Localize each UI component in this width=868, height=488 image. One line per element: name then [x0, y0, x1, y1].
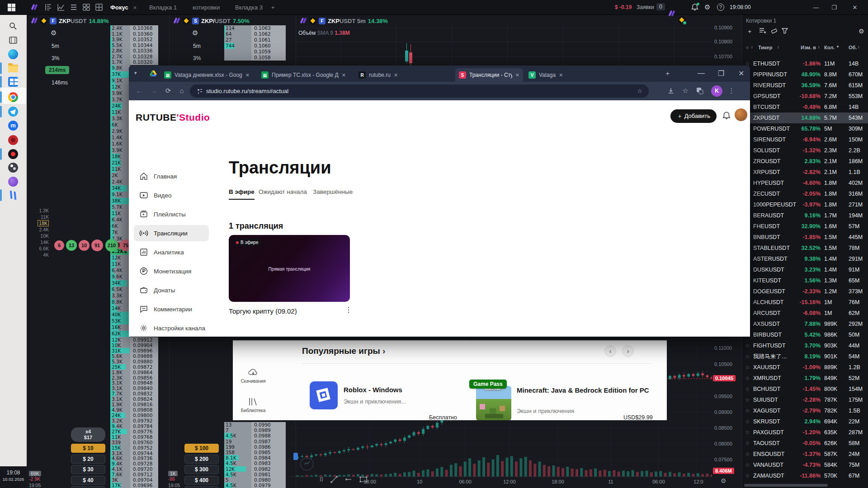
telegram-icon[interactable] [7, 105, 19, 118]
ladder-price[interactable]: 0.0988 [251, 433, 286, 438]
panel-control-146ms[interactable]: 146ms [52, 80, 68, 86]
ladder-row[interactable]: 1.8K0.09864 [110, 370, 158, 375]
quote-row[interactable]: ☆KITEUSDT1.56%1.3M65M [742, 275, 868, 286]
panel-control-5m[interactable]: 5m [52, 43, 59, 49]
quote-row[interactable]: ☆HYPEUSDT-4.60%1.8M402M [742, 178, 868, 188]
back-button[interactable]: ← [134, 86, 144, 96]
quotes-settings-icon[interactable]: ⚙ [859, 28, 864, 35]
ladder-row[interactable]: 4.9K0.09808 [110, 407, 158, 413]
ladder-row[interactable]: 1.9K0.09816 [110, 402, 158, 407]
ladder-row[interactable]: 50.0980 [224, 477, 286, 483]
product-title[interactable]: Roblox - Windows [344, 386, 402, 394]
ladder-price[interactable]: 0.09720 [130, 466, 158, 472]
ladder-price[interactable]: 0.0986 [251, 444, 286, 450]
ladder-price[interactable]: 0.09800 [130, 413, 158, 418]
favorite-star-icon[interactable]: ☆ [745, 384, 750, 394]
chrome-menu-icon[interactable]: ⋮ [726, 86, 736, 96]
pinned-drive-tab[interactable] [150, 70, 157, 77]
favorite-star-icon[interactable]: ☆ [745, 373, 750, 384]
carousel-prev-button[interactable]: ‹ [604, 345, 616, 357]
close-tab-icon[interactable]: ✕ [342, 72, 346, 78]
ladder-row[interactable]: 25K0.09872 [110, 364, 158, 370]
ladder-row[interactable]: 190.0987 [224, 439, 286, 444]
quote-row[interactable]: ☆SKRUSDT2.94%694K22M [742, 416, 868, 427]
quote-row[interactable]: ☆VANAUSDT-4.73%584K75M [742, 460, 868, 470]
binance-status-icon[interactable] [678, 16, 685, 23]
quote-row[interactable]: ☆XAGUSDT-2.79%782K1.5B [742, 405, 868, 416]
quote-row[interactable]: ☆BIRBUSDT5.42%986K50M [742, 329, 868, 340]
sidebar-item-settings[interactable]: Настройки канала [134, 320, 209, 336]
quote-row[interactable]: ☆PAXGUSDT-1.20%635K287M [742, 427, 868, 438]
favorite-star-icon[interactable]: ☆ [745, 340, 750, 351]
favorite-star-icon[interactable]: ☆ [745, 394, 750, 405]
ladder-price[interactable]: 0.09752 [130, 445, 158, 450]
quote-row[interactable]: ☆SUIUSDT-2.28%787K175M [742, 394, 868, 405]
new-tab-button[interactable]: ＋ [664, 69, 671, 78]
obs-icon[interactable] [7, 161, 19, 174]
quote-row[interactable]: ☆DUSKUSDT3.23%1.4M91M [742, 264, 868, 275]
quote-row[interactable]: ☆ENSOUSDT-1.37%587K24M [742, 449, 868, 460]
ladder-row[interactable]: 4.5K0.0979 [224, 483, 286, 488]
ladder-price[interactable]: 0.0990 [251, 422, 286, 427]
panel1-settings-icon[interactable]: ⚙ [51, 29, 57, 37]
ladder-row[interactable]: 4.1K0.09720 [110, 466, 158, 472]
ladder-price[interactable]: 0.09728 [130, 461, 158, 466]
app-close-button[interactable]: ✕ [848, 0, 862, 15]
ladder-price[interactable]: 0.0984 [251, 455, 286, 460]
ladder-price[interactable]: 0.09864 [130, 370, 158, 375]
purple-app-icon[interactable] [7, 175, 19, 188]
quote-row[interactable]: ☆ZROUSDT2.83%2.1M186M [742, 156, 868, 167]
tab-search-icon[interactable]: ▾ [134, 70, 137, 76]
store-library-nav[interactable]: Библиотека [236, 397, 270, 413]
ladder-row[interactable]: 31K0.09896 [110, 348, 158, 353]
ladder-price[interactable]: 0.09872 [130, 364, 158, 370]
rect-tool-icon[interactable] [359, 475, 368, 483]
order-size-button[interactable]: $ 50 [71, 486, 105, 488]
eraser-icon[interactable] [771, 28, 778, 34]
ladder-row[interactable]: 7.6K0.09712 [110, 472, 158, 477]
close-tab-icon[interactable]: ✕ [394, 72, 398, 78]
ladder-price[interactable]: 0.09904 [130, 343, 158, 348]
quote-row[interactable]: ☆ZKPUSDT14.88%5.7M543M [742, 113, 868, 123]
quote-row[interactable]: ☆DOGEUSDT-2.33%1.2M373M [742, 286, 868, 297]
favorite-star-icon[interactable]: ☆ [745, 449, 750, 460]
address-bar[interactable]: studio.rutube.ru/streams#actual ☆ [190, 84, 649, 98]
sidebar-item-home[interactable]: Главная [134, 168, 209, 184]
chrome-icon[interactable] [7, 91, 19, 103]
close-tab-icon[interactable]: ✕ [515, 72, 519, 78]
ladder-price[interactable]: 0.0989 [251, 427, 286, 433]
ladder-price[interactable]: 0.09696 [130, 483, 158, 488]
panel-control-3%[interactable]: 3% [52, 55, 59, 61]
ladder-price[interactable]: 0.09888 [130, 353, 158, 359]
quote-row[interactable]: ☆ZAMAUSDT-11.86%570K67M [742, 470, 868, 481]
order-size-button[interactable]: $ 100 [184, 444, 219, 453]
order-size-button[interactable]: $ 30 [71, 465, 105, 474]
chrome-minimize-button[interactable]: — [698, 69, 705, 77]
trendline-tool-icon[interactable] [330, 475, 338, 483]
browser-tab[interactable]: ▦Vataga дневник.xlsx - Goog✕ [160, 68, 255, 82]
ladder-price[interactable]: 0.09808 [130, 407, 158, 413]
ladder-price[interactable]: 0.0983 [251, 460, 286, 466]
ladder-price[interactable]: 0.09736 [130, 455, 158, 461]
ladder-price[interactable]: 0.09704 [130, 477, 158, 483]
ladder-price[interactable]: 0.09784 [130, 423, 158, 429]
carousel-next-button[interactable]: › [622, 345, 634, 357]
browser-tab[interactable]: Rrutube.ru✕ [355, 68, 453, 82]
ladder-price[interactable]: 0.09792 [130, 418, 158, 423]
windows-start-button[interactable] [8, 4, 15, 11]
order-size-button[interactable]: $ 300 [184, 465, 219, 474]
quote-row[interactable]: ☆TAOUSDT-0.05%626K58M [742, 438, 868, 449]
red-app-icon[interactable] [7, 134, 19, 146]
ladder-row[interactable]: 2.3K0.09856 [110, 375, 158, 380]
site-info-icon[interactable] [196, 84, 203, 98]
favorite-star-icon[interactable]: ☆ [745, 427, 750, 438]
favorite-star-icon[interactable]: ☆ [745, 362, 750, 373]
rutube-studio-logo[interactable]: RUTUBE'Studio [136, 112, 210, 123]
ladder-row[interactable]: 10K0.09904 [110, 343, 158, 348]
ladder-row[interactable]: 4.5K0.0983 [224, 460, 286, 466]
notifications-bell-icon[interactable] [691, 3, 699, 11]
favorite-star-icon[interactable]: ☆ [745, 470, 750, 481]
ladder-price[interactable]: 0.09824 [130, 396, 158, 402]
favorite-star-icon[interactable]: ☆ [745, 438, 750, 449]
task-view-icon[interactable] [7, 34, 19, 47]
